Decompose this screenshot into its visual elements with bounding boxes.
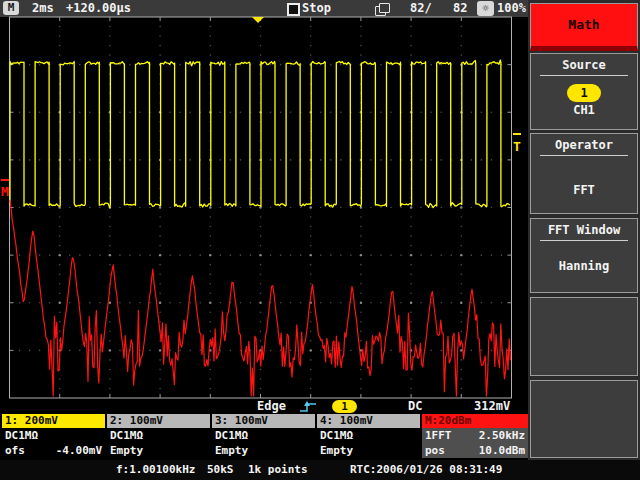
channel-2-header: 2: 100mV — [107, 414, 210, 428]
source-channel-badge: 1 — [567, 84, 601, 102]
channel-4-status: Empty — [320, 443, 353, 458]
channel-1-box[interactable]: 1: 200mV DC1MΩ ofs-4.00mV — [2, 414, 105, 459]
bottom-status-bar: f:1.00100kHz 50kS 1k points RTC:2006/01/… — [0, 460, 640, 480]
channel-1-coupling: DC1MΩ — [5, 428, 38, 443]
rising-edge-icon — [299, 400, 319, 414]
acquisition-count: 82/ — [410, 0, 432, 16]
channel-4-header: 4: 100mV — [317, 414, 420, 428]
separator — [540, 155, 628, 156]
channel-4-box[interactable]: 4: 100mV DC1MΩ Empty — [317, 414, 420, 459]
timebase-mode-icon: M — [3, 1, 19, 15]
source-title: Source — [531, 58, 637, 73]
sample-rate-readout: 50kS — [207, 461, 234, 479]
softkey-empty-2[interactable] — [530, 380, 638, 458]
oscilloscope-screen: M 2ms +120.00µs Stop 82/ 82 ☼ 100% TM Ed… — [0, 0, 640, 480]
channel-2-status: Empty — [110, 443, 143, 458]
math-pos-value: 10.0dBm — [479, 443, 525, 458]
channel-1-header: 1: 200mV — [2, 414, 105, 428]
page-front-icon — [379, 3, 390, 13]
fft-window-value: Hanning — [531, 259, 637, 274]
softkey-operator[interactable]: Operator FFT — [530, 133, 638, 214]
channel-3-header: 3: 100mV — [212, 414, 315, 428]
delay-value: +120.00µs — [66, 0, 131, 16]
channel-1-offset-label: ofs — [5, 443, 25, 458]
softkey-menu: Math Source 1 CH1 Operator FFT FFT Windo… — [528, 0, 640, 460]
trigger-type-label: Edge — [257, 400, 286, 413]
channel-2-coupling: DC1MΩ — [110, 428, 143, 443]
channel-3-box[interactable]: 3: 100mV DC1MΩ Empty — [212, 414, 315, 459]
math-mode-label: 1FFT — [425, 428, 452, 443]
softkey-fft-window[interactable]: FFT Window Hanning — [530, 218, 638, 293]
run-state-label: Stop — [302, 0, 331, 16]
operator-value: FFT — [531, 183, 637, 198]
history-pages-icon — [374, 2, 392, 15]
record-length-readout: 1k points — [248, 461, 308, 479]
brightness-icon: ☼ — [477, 1, 494, 16]
acquisition-total: 82 — [453, 0, 467, 16]
top-status-bar: M 2ms +120.00µs Stop 82/ 82 ☼ 100% — [0, 0, 528, 17]
rtc-clock: RTC:2006/01/26 08:31:49 — [350, 461, 502, 479]
brightness-value: 100% — [497, 0, 526, 16]
trigger-level-marker[interactable]: T — [513, 139, 521, 154]
stop-icon — [287, 3, 300, 16]
frequency-readout: f:1.00100kHz — [116, 461, 195, 479]
channel-3-status: Empty — [215, 443, 248, 458]
softkey-source[interactable]: Source 1 CH1 — [530, 53, 638, 130]
trigger-source-badge: 1 — [332, 400, 357, 413]
separator — [540, 75, 628, 76]
operator-title: Operator — [531, 138, 637, 153]
math-position-marker[interactable]: M — [1, 184, 9, 199]
source-value: CH1 — [531, 103, 637, 117]
menu-title-math[interactable]: Math — [530, 3, 638, 51]
separator — [540, 240, 628, 241]
math-trace-box[interactable]: M:20dBm 1FFT2.50kHz pos10.0dBm — [422, 414, 528, 459]
trigger-status-row: Edge 1 DC 312mV — [0, 400, 528, 414]
softkey-empty-1[interactable] — [530, 297, 638, 376]
fft-window-title: FFT Window — [531, 223, 637, 238]
trigger-coupling-label: DC — [408, 400, 422, 413]
math-header: M:20dBm — [422, 414, 528, 428]
channel-2-box[interactable]: 2: 100mV DC1MΩ Empty — [107, 414, 210, 459]
timebase-value: 2ms — [32, 0, 54, 16]
trigger-level-value: 312mV — [474, 400, 510, 413]
channel-4-coupling: DC1MΩ — [320, 428, 353, 443]
channel-1-offset-value: -4.00mV — [56, 443, 102, 458]
math-span-value: 2.50kHz — [479, 428, 525, 443]
math-pos-label: pos — [425, 443, 445, 458]
waveform-display: TM — [0, 16, 528, 400]
channel-3-coupling: DC1MΩ — [215, 428, 248, 443]
